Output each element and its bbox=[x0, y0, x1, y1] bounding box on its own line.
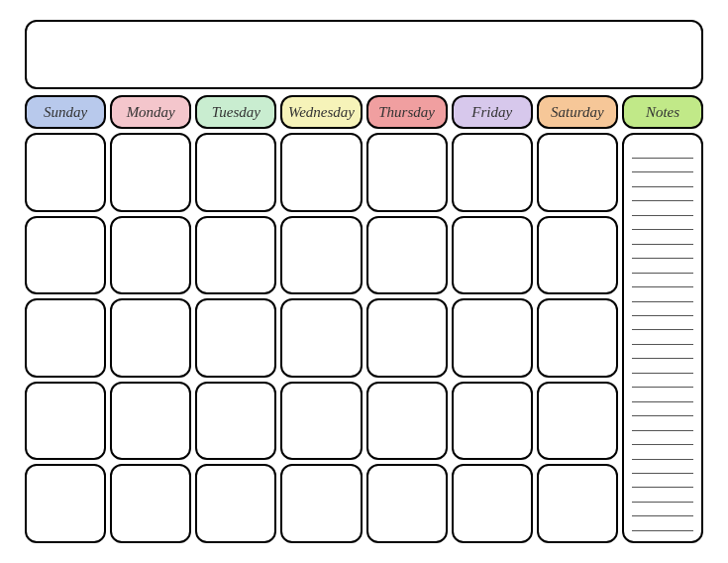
day-cell[interactable] bbox=[195, 464, 276, 543]
day-cell[interactable] bbox=[110, 464, 191, 543]
note-line bbox=[632, 159, 693, 172]
day-cell[interactable] bbox=[366, 382, 448, 461]
day-header-saturday: Saturday bbox=[537, 95, 618, 129]
day-column-friday: Friday bbox=[452, 95, 533, 543]
note-line bbox=[632, 302, 693, 316]
day-cell[interactable] bbox=[195, 298, 276, 378]
day-cell[interactable] bbox=[280, 382, 362, 461]
note-line bbox=[632, 460, 693, 474]
note-line bbox=[632, 474, 693, 488]
day-cell[interactable] bbox=[366, 298, 448, 378]
note-line bbox=[632, 260, 693, 274]
day-cell[interactable] bbox=[537, 133, 618, 212]
day-cell[interactable] bbox=[280, 464, 362, 543]
day-column-monday: Monday bbox=[110, 95, 191, 543]
note-line bbox=[632, 389, 693, 402]
note-line bbox=[632, 431, 693, 445]
note-line bbox=[632, 274, 693, 287]
day-cell[interactable] bbox=[452, 464, 533, 543]
note-line bbox=[632, 402, 693, 416]
note-line bbox=[632, 202, 693, 216]
note-line bbox=[632, 231, 693, 245]
day-header-sunday: Sunday bbox=[25, 95, 106, 129]
note-line bbox=[632, 446, 693, 460]
day-cell[interactable] bbox=[25, 382, 106, 461]
day-cell[interactable] bbox=[195, 382, 276, 461]
day-cell[interactable] bbox=[110, 216, 191, 295]
day-column-sunday: Sunday bbox=[25, 95, 106, 543]
note-line bbox=[632, 216, 693, 230]
day-cell[interactable] bbox=[110, 298, 191, 378]
note-line bbox=[632, 145, 693, 159]
day-header-thursday: Thursday bbox=[366, 95, 448, 129]
day-cell[interactable] bbox=[280, 216, 362, 295]
day-cell[interactable] bbox=[537, 464, 618, 543]
note-line bbox=[632, 187, 693, 201]
note-line bbox=[632, 374, 693, 388]
note-line bbox=[632, 417, 693, 431]
note-line bbox=[632, 288, 693, 302]
day-cell[interactable] bbox=[280, 133, 362, 212]
note-line bbox=[632, 331, 693, 345]
note-line bbox=[632, 360, 693, 374]
note-line bbox=[632, 173, 693, 187]
day-cell[interactable] bbox=[25, 464, 106, 543]
day-cell[interactable] bbox=[25, 298, 106, 378]
notes-column: Notes bbox=[622, 95, 703, 543]
day-header-friday: Friday bbox=[452, 95, 533, 129]
note-line bbox=[632, 316, 693, 330]
day-cell[interactable] bbox=[452, 298, 533, 378]
day-header-monday: Monday bbox=[110, 95, 191, 129]
day-cell[interactable] bbox=[366, 133, 448, 212]
day-header-tuesday: Tuesday bbox=[195, 95, 276, 129]
day-header-wednesday: Wednesday bbox=[280, 95, 362, 129]
day-cell[interactable] bbox=[25, 133, 106, 212]
day-cell[interactable] bbox=[537, 382, 618, 461]
day-column-thursday: Thursday bbox=[366, 95, 448, 543]
calendar-columns: SundayMondayTuesdayWednesdayThursdayFrid… bbox=[25, 95, 703, 543]
day-cell[interactable] bbox=[452, 382, 533, 461]
note-line bbox=[632, 517, 693, 531]
day-cell[interactable] bbox=[366, 464, 448, 543]
day-cell[interactable] bbox=[110, 382, 191, 461]
day-cell[interactable] bbox=[452, 133, 533, 212]
day-cell[interactable] bbox=[452, 216, 533, 295]
day-cell[interactable] bbox=[25, 216, 106, 295]
day-cell[interactable] bbox=[110, 133, 191, 212]
note-line bbox=[632, 245, 693, 259]
day-cell[interactable] bbox=[366, 216, 448, 295]
day-column-tuesday: Tuesday bbox=[195, 95, 276, 543]
day-cell[interactable] bbox=[195, 216, 276, 295]
day-column-saturday: Saturday bbox=[537, 95, 618, 543]
notes-header: Notes bbox=[622, 95, 703, 129]
notes-body[interactable] bbox=[622, 133, 703, 543]
day-cell[interactable] bbox=[537, 216, 618, 295]
note-line bbox=[632, 489, 693, 503]
day-cell[interactable] bbox=[280, 298, 362, 378]
title-box[interactable] bbox=[25, 20, 703, 89]
day-cell[interactable] bbox=[537, 298, 618, 378]
day-column-wednesday: Wednesday bbox=[280, 95, 362, 543]
day-cell[interactable] bbox=[195, 133, 276, 212]
note-line bbox=[632, 503, 693, 516]
note-line bbox=[632, 345, 693, 359]
